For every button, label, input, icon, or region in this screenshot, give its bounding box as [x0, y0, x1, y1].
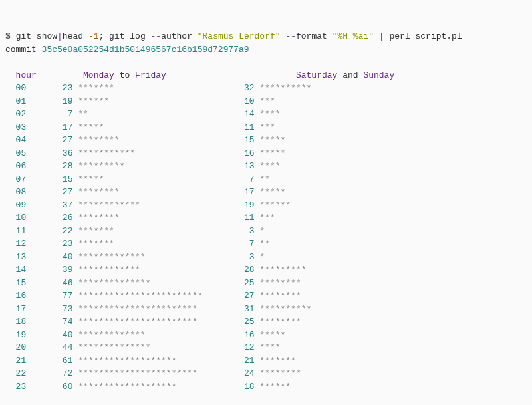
table-row: 08 27 ******** 17 *****	[5, 187, 285, 197]
weekday-count: 61	[26, 356, 72, 366]
hour-cell: 18	[5, 317, 26, 327]
weekday-count: 22	[26, 226, 72, 236]
terminal-output: $ git show|head -1; git log --author="Ra…	[5, 30, 527, 405]
commit-hash: 35c5e0a052254d1b501496567c16b159d72977a9	[42, 45, 249, 55]
neg-one: -1	[88, 31, 99, 41]
weekday-bar: **************	[78, 342, 218, 352]
table-header: hour Monday to Friday Saturday and Sunda…	[5, 70, 394, 80]
weekday-count: 26	[26, 213, 72, 223]
hour-cell: 00	[5, 83, 26, 93]
weekday-bar: ***********	[78, 148, 218, 158]
hour-cell: 10	[5, 213, 26, 223]
col-hour: hour	[16, 70, 37, 80]
weekend-bar: ********	[259, 368, 301, 378]
pipe-1: |	[57, 31, 63, 41]
weekday-count: 27	[26, 187, 72, 197]
hour-cell: 04	[5, 135, 26, 145]
weekend-bar: *****	[259, 187, 285, 197]
weekend-bar: ********	[259, 317, 301, 327]
hour-cell: 05	[5, 148, 26, 158]
flag-format-word: format	[296, 31, 327, 41]
weekday-bar: **	[78, 109, 218, 119]
hour-cell: 09	[5, 200, 26, 210]
weekday-count: 36	[26, 148, 72, 158]
weekend-count: 7	[218, 174, 255, 184]
weekend-bar: *	[259, 226, 265, 236]
weekend-bar: ***	[259, 213, 275, 223]
table-row: 18 74 *********************** 25 *******…	[5, 317, 301, 327]
table-row: 05 36 *********** 16 *****	[5, 148, 285, 158]
weekend-count: 25	[218, 317, 255, 327]
cmd-git-show: git show	[16, 31, 57, 41]
hour-cell: 03	[5, 122, 26, 132]
weekend-bar: *******	[259, 356, 296, 366]
author-value: "Rasmus Lerdorf"	[198, 31, 281, 41]
hour-cell: 14	[5, 265, 26, 275]
command-line: $ git show|head -1; git log --author="Ra…	[5, 31, 462, 41]
weekend-count: 10	[218, 96, 255, 106]
hour-cell: 23	[5, 382, 26, 392]
cmd-head: head	[63, 31, 88, 41]
weekday-bar: *******	[78, 226, 218, 236]
table-row: 13 40 ************* 3 *	[5, 252, 265, 262]
table-row: 04 27 ******** 15 *****	[5, 135, 285, 145]
hour-cell: 08	[5, 187, 26, 197]
weekend-count: 7	[218, 239, 255, 249]
weekday-bar: ***********************	[78, 317, 218, 327]
hour-cell: 06	[5, 161, 26, 171]
weekday-bar: **************	[78, 278, 218, 288]
weekday-bar: *************	[78, 252, 218, 262]
commit-line: commit 35c5e0a052254d1b501496567c16b159d…	[5, 45, 249, 55]
weekend-bar: ******	[259, 382, 291, 392]
weekday-bar: *************	[78, 330, 218, 340]
weekend-count: 19	[218, 200, 255, 210]
weekday-bar: ********	[78, 135, 218, 145]
weekend-count: 18	[218, 382, 255, 392]
weekday-count: 60	[26, 382, 72, 392]
weekend-count: 32	[218, 83, 255, 93]
weekday-bar: ********	[78, 187, 218, 197]
weekend-bar: *********	[259, 265, 306, 275]
table-row: 06 28 ********* 13 ****	[5, 161, 281, 171]
weekend-bar: ******	[259, 200, 291, 210]
weekday-count: 74	[26, 317, 72, 327]
weekday-count: 28	[26, 161, 72, 171]
weekend-bar: **********	[259, 83, 311, 93]
semicolon: ;	[98, 31, 109, 41]
weekend-count: 15	[218, 135, 255, 145]
hour-cell: 12	[5, 239, 26, 249]
weekday-bar: *******	[78, 83, 218, 93]
hour-cell: 13	[5, 252, 26, 262]
table-row: 03 17 ***** 11 ***	[5, 122, 275, 132]
flag-author-word: author	[161, 31, 192, 41]
table-row: 21 61 ******************* 21 *******	[5, 356, 296, 366]
weekend-bar: ****	[259, 342, 280, 352]
weekend-count: 28	[218, 265, 255, 275]
table-row: 02 7 ** 14 ****	[5, 109, 281, 119]
format-value: "%H %ai"	[332, 31, 374, 41]
weekend-bar: **	[259, 174, 270, 184]
table-row: 22 72 *********************** 24 *******…	[5, 368, 301, 378]
weekday-bar: *****	[78, 122, 218, 132]
weekday-count: 23	[26, 239, 72, 249]
hour-cell: 02	[5, 109, 26, 119]
weekday-bar: *******************	[78, 382, 218, 392]
table-row: 09 37 ************ 19 ******	[5, 200, 291, 210]
weekday-count: 44	[26, 342, 72, 352]
hour-cell: 19	[5, 330, 26, 340]
weekend-bar: *****	[259, 330, 285, 340]
weekday-count: 19	[26, 96, 72, 106]
hour-cell: 21	[5, 356, 26, 366]
weekday-count: 17	[26, 122, 72, 132]
weekday-count: 73	[26, 304, 72, 314]
hour-cell: 17	[5, 304, 26, 314]
cmd-perl: perl script.pl	[389, 31, 462, 41]
table-row: 01 19 ****** 10 ***	[5, 96, 275, 106]
weekday-count: 15	[26, 174, 72, 184]
weekend-bar: ****	[259, 161, 280, 171]
weekend-count: 31	[218, 304, 255, 314]
table-row: 11 22 ******* 3 *	[5, 226, 265, 236]
eq-2: =	[327, 31, 332, 41]
weekday-bar: *******	[78, 239, 218, 249]
weekend-count: 3	[218, 226, 255, 236]
